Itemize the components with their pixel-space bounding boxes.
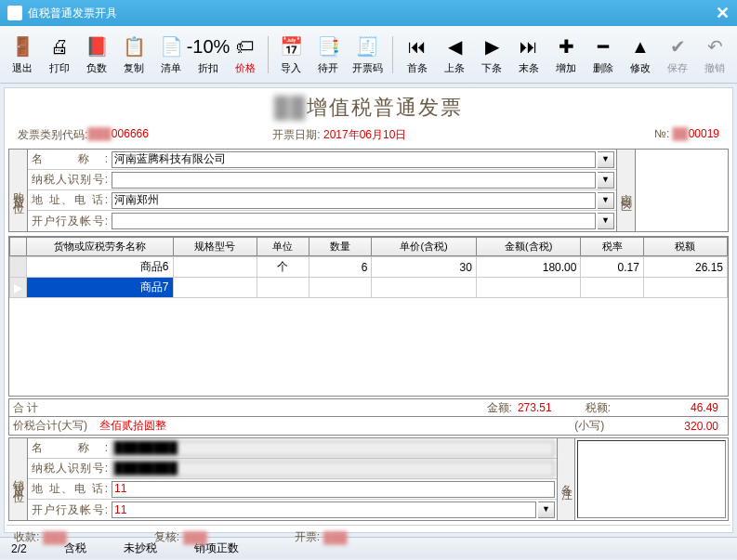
table-row[interactable]: ▶商品7个720140.000.1720.34 <box>10 278 728 298</box>
print-button[interactable]: 🖨打印 <box>41 32 78 77</box>
code-area-label: 密码区 <box>616 150 635 231</box>
pending-button[interactable]: 📑待开 <box>309 32 347 77</box>
add-icon: ✚ <box>553 33 579 59</box>
modify-icon: ▲ <box>627 33 653 59</box>
exit-button[interactable]: 🚪退出 <box>4 32 41 77</box>
code-button[interactable]: 🧾开票码 <box>347 32 388 77</box>
buyer-label: 购货单位 <box>9 150 28 231</box>
seller-name: ████████ <box>112 440 555 457</box>
negative-icon: 📕 <box>84 33 110 59</box>
invoice-date: 2017年06月10日 <box>323 127 406 143</box>
totals: 合 计 金额:273.51 税额:46.49 价税合计(大写) 叁佰贰拾圆整 (… <box>8 398 729 436</box>
undo-button: ↶撤销 <box>696 32 733 77</box>
dropdown-icon[interactable]: ▼ <box>538 501 555 518</box>
titlebar: 值税普通发票开具 ✕ <box>0 0 737 26</box>
remark-label: 备注 <box>557 438 575 520</box>
exit-icon: 🚪 <box>9 33 35 59</box>
seller-label: 销货单位 <box>9 438 28 520</box>
dropdown-icon[interactable]: ▼ <box>598 213 614 229</box>
modify-button[interactable]: ▲修改 <box>622 32 659 77</box>
invoice-no: 00019 <box>689 127 719 143</box>
save-icon: ✔ <box>665 33 691 59</box>
main-panel: ██增值税普通发票 发票类别代码: ███006666 开票日期: 2017年0… <box>4 87 733 533</box>
price-button[interactable]: 🏷价格 <box>227 32 264 77</box>
add-button[interactable]: ✚增加 <box>547 32 585 77</box>
undo-icon: ↶ <box>702 33 728 59</box>
import-button[interactable]: 📅导入 <box>272 32 309 77</box>
dropdown-icon[interactable]: ▼ <box>598 151 614 168</box>
last-icon: ⏭ <box>516 33 542 59</box>
del-button[interactable]: ━删除 <box>585 32 622 77</box>
pending-icon: 📑 <box>315 33 341 59</box>
app-icon <box>7 6 22 20</box>
table-row[interactable]: 商品6个630180.000.1726.15 <box>10 257 728 278</box>
print-icon: 🖨 <box>46 33 72 59</box>
first-button[interactable]: ⏮首条 <box>399 32 436 77</box>
invoice-title: ██增值税普通发票 <box>7 90 730 125</box>
buyer-addr-input[interactable] <box>112 192 596 209</box>
invoice-code: 006666 <box>112 127 149 143</box>
seller-section: 销货单位 名 称████████ 纳税人识别号████████ 地 址、电 话1… <box>8 437 729 521</box>
grand-cn: 叁佰贰拾圆整 <box>94 418 172 434</box>
buyer-taxid-input[interactable] <box>112 172 596 189</box>
last-button[interactable]: ⏭末条 <box>510 32 547 77</box>
dropdown-icon[interactable]: ▼ <box>598 172 614 189</box>
code-area <box>635 150 728 231</box>
discount-button[interactable]: -10%折扣 <box>190 32 227 77</box>
del-icon: ━ <box>590 33 616 59</box>
close-icon[interactable]: ✕ <box>716 3 730 23</box>
price-icon: 🏷 <box>232 33 258 59</box>
list-icon: 📄 <box>158 33 184 59</box>
window-title: 值税普通发票开具 <box>28 6 117 21</box>
dropdown-icon[interactable]: ▼ <box>598 192 614 209</box>
first-icon: ⏮ <box>404 33 430 59</box>
seller-addr: 11 <box>112 481 555 498</box>
prev-button[interactable]: ◀上条 <box>436 32 473 77</box>
sum-tax: 46.49 <box>685 401 724 414</box>
toolbar: 🚪退出🖨打印📕负数📋复制📄清单-10%折扣🏷价格📅导入📑待开🧾开票码⏮首条◀上条… <box>0 26 737 84</box>
discount-icon: -10% <box>195 33 221 59</box>
buyer-name-input[interactable] <box>112 151 596 168</box>
copy-icon: 📋 <box>121 33 147 59</box>
remark-input[interactable] <box>577 440 726 518</box>
buyer-section: 购货单位 名 称▼ 纳税人识别号▼ 地 址、电 话▼ 开户行及帐号▼ 密码区 <box>8 149 729 232</box>
meta-row: 发票类别代码: ███006666 开票日期: 2017年06月10日 №: █… <box>7 125 730 145</box>
prev-icon: ◀ <box>441 33 467 59</box>
items-grid[interactable]: 货物或应税劳务名称规格型号单位数量单价(含税)金额(含税)税率税额 商品6个63… <box>8 236 729 397</box>
grand-num: 320.00 <box>678 420 724 433</box>
save-button: ✔保存 <box>659 32 696 77</box>
copy-button[interactable]: 📋复制 <box>115 32 152 77</box>
signer-row: 收款:███ 复核:███ 开票:███ <box>7 525 730 549</box>
import-icon: 📅 <box>278 33 304 59</box>
list-button[interactable]: 📄清单 <box>152 32 190 77</box>
seller-bank-input[interactable] <box>112 501 536 518</box>
buyer-bank-input[interactable] <box>112 213 596 229</box>
seller-taxid: ████████ <box>112 461 555 477</box>
next-icon: ▶ <box>479 33 505 59</box>
negative-button[interactable]: 📕负数 <box>78 32 115 77</box>
next-button[interactable]: ▶下条 <box>473 32 510 77</box>
code-icon: 🧾 <box>355 33 381 59</box>
sum-amount: 273.51 <box>512 401 558 414</box>
